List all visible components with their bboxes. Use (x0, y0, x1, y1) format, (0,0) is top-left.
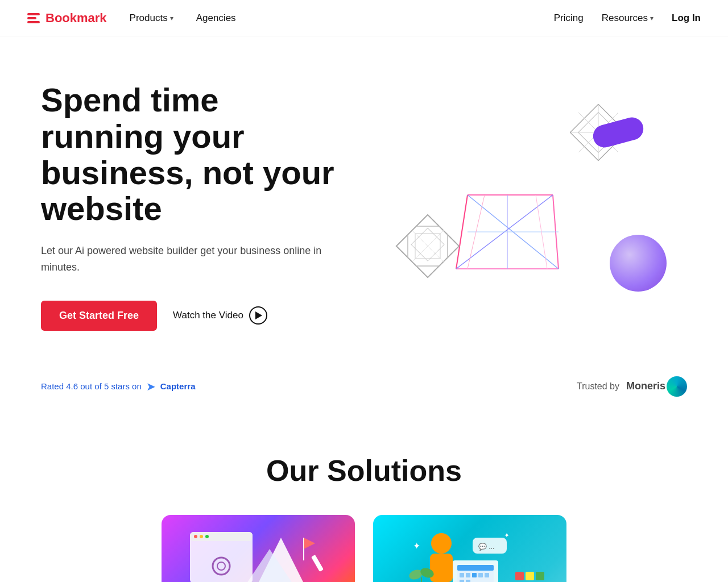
hero-title: Spend time running your business, not yo… (41, 82, 337, 227)
hero-subtitle: Let our Ai powered website builder get y… (41, 243, 337, 276)
svg-text:✦: ✦ (504, 531, 510, 539)
nav-pricing[interactable]: Pricing (554, 13, 584, 24)
solution-card-2-illustration: ✦ ✦ 💬 ... (373, 515, 566, 582)
svg-rect-41 (478, 573, 483, 577)
play-icon (249, 306, 267, 325)
svg-point-25 (200, 535, 203, 538)
play-triangle-icon (255, 311, 262, 319)
svg-rect-40 (472, 573, 477, 577)
svg-rect-43 (460, 580, 464, 582)
nav-products[interactable]: Products ▾ (130, 13, 173, 24)
svg-rect-23 (190, 532, 253, 541)
nav-resources[interactable]: Resources ▾ (602, 13, 653, 24)
svg-line-7 (456, 195, 468, 269)
social-proof-bar: Rated 4.6 out of 5 stars on ➤ Capterra T… (0, 365, 728, 419)
svg-rect-38 (460, 573, 464, 577)
solution-card-1-illustration (162, 515, 355, 582)
svg-rect-31 (311, 555, 324, 572)
hero-content: Spend time running your business, not yo… (41, 82, 337, 331)
capterra-badge: Rated 4.6 out of 5 stars on ➤ Capterra (41, 380, 195, 393)
svg-rect-44 (466, 580, 470, 582)
svg-rect-39 (466, 573, 470, 577)
svg-rect-37 (457, 565, 494, 571)
nav-agencies[interactable]: Agencies (196, 13, 236, 24)
svg-point-32 (431, 533, 452, 554)
trusted-by: Trusted by Moneris (577, 376, 687, 397)
logo-link[interactable]: Bookmark (27, 11, 107, 26)
solutions-cards: ✦ ✦ 💬 ... (27, 515, 701, 582)
logo-text: Bookmark (46, 11, 107, 26)
nav-right: Pricing Resources ▾ Log In (554, 13, 701, 24)
svg-marker-30 (304, 538, 315, 549)
moneris-swirl-icon (667, 376, 687, 397)
get-started-button[interactable]: Get Started Free (41, 301, 157, 331)
nav-left: Bookmark Products ▾ Agencies (27, 11, 236, 26)
moneris-logo: Moneris (626, 376, 687, 397)
watch-video-button[interactable]: Watch the Video (173, 306, 267, 325)
hero-illustration (371, 87, 701, 326)
products-chevron-icon: ▾ (170, 14, 173, 22)
svg-rect-49 (536, 572, 544, 580)
solutions-section: Our Solutions (0, 419, 728, 582)
svg-rect-42 (485, 573, 489, 577)
svg-rect-33 (430, 554, 453, 582)
svg-text:✦: ✦ (413, 541, 420, 551)
hero-section: Spend time running your business, not yo… (0, 36, 728, 365)
svg-rect-48 (526, 572, 534, 580)
svg-text:💬 ...: 💬 ... (478, 542, 494, 551)
svg-point-26 (205, 535, 209, 538)
capterra-arrow-icon: ➤ (146, 380, 156, 393)
svg-rect-47 (515, 572, 524, 580)
wireframe-pyramid-shape (450, 189, 564, 282)
sphere-purple-shape (610, 235, 667, 292)
login-link[interactable]: Log In (672, 13, 701, 24)
solution-card-design[interactable]: ✦ ✦ 💬 ... (373, 515, 566, 582)
solution-card-website[interactable] (162, 515, 355, 582)
logo-icon (27, 13, 40, 23)
hero-buttons: Get Started Free Watch the Video (41, 301, 337, 331)
resources-chevron-icon: ▾ (650, 14, 653, 22)
solutions-title: Our Solutions (27, 454, 701, 488)
navbar: Bookmark Products ▾ Agencies Pricing Res… (0, 0, 728, 36)
svg-point-24 (194, 535, 197, 538)
